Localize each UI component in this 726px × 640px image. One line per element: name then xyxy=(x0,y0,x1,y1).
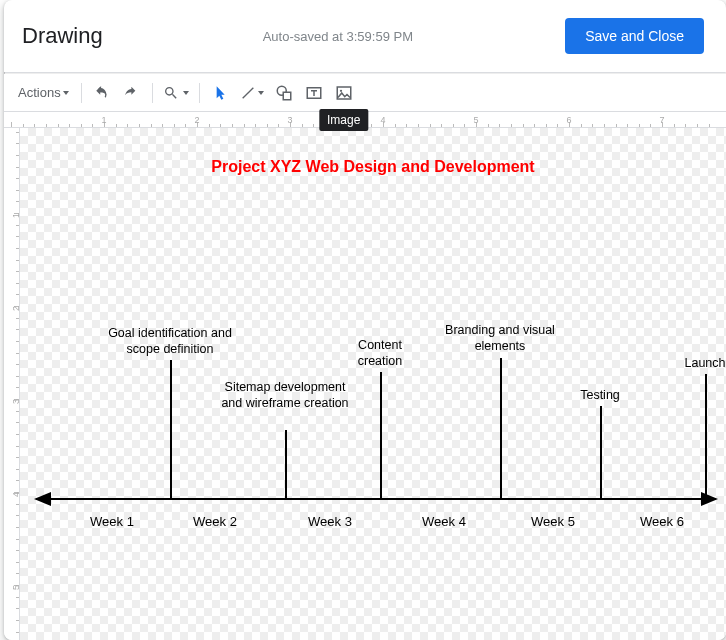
milestone-line xyxy=(285,430,287,500)
image-icon xyxy=(335,84,353,102)
arrow-left-icon xyxy=(34,492,51,506)
textbox-icon xyxy=(305,84,323,102)
week-label-2: Week 2 xyxy=(193,514,237,529)
week-label-1: Week 1 xyxy=(90,514,134,529)
cursor-icon xyxy=(212,85,228,101)
milestone-label: Branding and visual elements xyxy=(445,323,555,354)
redo-button[interactable] xyxy=(118,79,146,107)
week-label-3: Week 3 xyxy=(308,514,352,529)
chevron-down-icon xyxy=(183,91,189,95)
drawing-heading: Project XYZ Web Design and Development xyxy=(20,158,726,176)
save-and-close-button[interactable]: Save and Close xyxy=(565,18,704,54)
svg-point-4 xyxy=(340,89,342,91)
arrow-right-icon xyxy=(701,492,718,506)
svg-rect-1 xyxy=(283,92,291,100)
week-label-6: Week 6 xyxy=(640,514,684,529)
week-label-4: Week 4 xyxy=(422,514,466,529)
timeline-axis xyxy=(36,498,716,500)
tooltip: Image xyxy=(319,109,368,131)
drawing-canvas[interactable]: Project XYZ Web Design and Development G… xyxy=(20,128,726,640)
separator xyxy=(152,83,153,103)
undo-button[interactable] xyxy=(88,79,116,107)
milestone-label: Goal identification and scope definition xyxy=(95,326,245,357)
chevron-down-icon xyxy=(258,91,264,95)
milestone-label: Content creation xyxy=(340,338,420,369)
workspace: 12345 Project XYZ Web Design and Develop… xyxy=(4,128,726,640)
milestone-line xyxy=(705,374,707,500)
drawing-dialog: Drawing Auto-saved at 3:59:59 PM Save an… xyxy=(4,0,726,640)
shape-icon xyxy=(275,84,293,102)
milestone-label: Launch xyxy=(665,356,726,372)
autosave-status: Auto-saved at 3:59:59 PM xyxy=(263,29,413,44)
actions-menu-button[interactable]: Actions xyxy=(12,79,75,107)
milestone-line xyxy=(380,372,382,500)
milestone-line xyxy=(170,360,172,500)
select-tool-button[interactable] xyxy=(206,79,234,107)
line-icon xyxy=(240,85,256,101)
dialog-title: Drawing xyxy=(22,23,103,49)
redo-icon xyxy=(124,85,140,101)
separator xyxy=(199,83,200,103)
dialog-header: Drawing Auto-saved at 3:59:59 PM Save an… xyxy=(4,0,726,72)
chevron-down-icon xyxy=(63,91,69,95)
textbox-tool-button[interactable] xyxy=(300,79,328,107)
toolbar: Actions xyxy=(4,74,726,112)
shape-tool-button[interactable] xyxy=(270,79,298,107)
zoom-icon xyxy=(163,85,179,101)
separator xyxy=(81,83,82,103)
line-tool-button[interactable] xyxy=(236,79,268,107)
actions-label: Actions xyxy=(18,85,61,100)
milestone-line xyxy=(500,358,502,500)
zoom-button[interactable] xyxy=(159,79,193,107)
milestone-label: Testing xyxy=(560,388,640,404)
milestone-label: Sitemap development and wireframe creati… xyxy=(220,380,350,411)
vertical-ruler: 12345 xyxy=(4,128,20,640)
week-label-5: Week 5 xyxy=(531,514,575,529)
image-tool-button[interactable]: Image xyxy=(330,79,358,107)
milestone-line xyxy=(600,406,602,500)
